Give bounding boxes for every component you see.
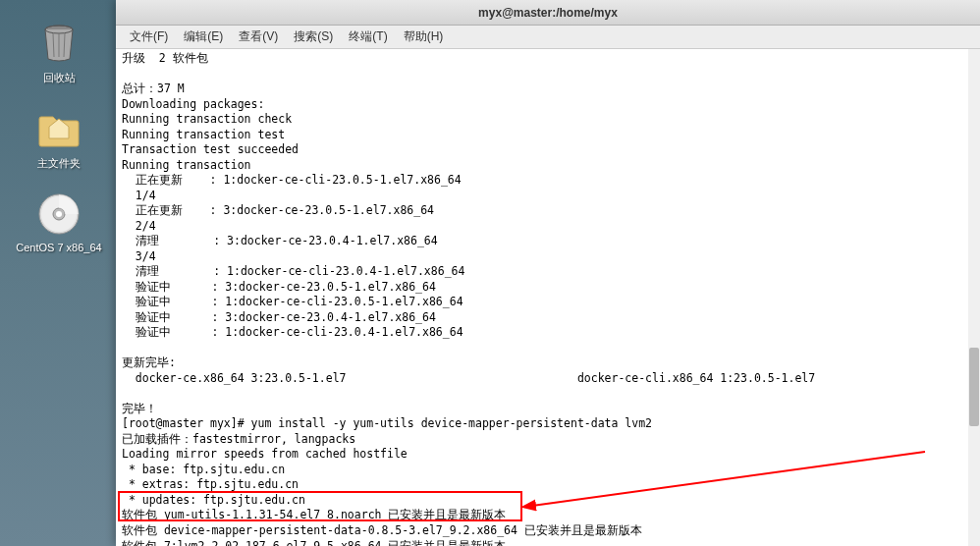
- terminal-line: 3/4: [122, 249, 974, 265]
- home-folder-label: 主文件夹: [37, 156, 81, 171]
- menu-terminal[interactable]: 终端(T): [341, 27, 395, 47]
- terminal-line: Loading mirror speeds from cached hostfi…: [122, 447, 974, 463]
- disc-media-icon[interactable]: CentOS 7 x86_64: [15, 191, 103, 253]
- terminal-line: 总计：37 M: [122, 82, 974, 97]
- trash-label: 回收站: [43, 71, 76, 85]
- terminal-line: 清理 : 3:docker-ce-23.0.4-1.el7.x86_64: [122, 234, 974, 249]
- terminal-line: * updates: ftp.sjtu.edu.cn: [122, 493, 974, 509]
- terminal-line: 软件包 yum-utils-1.1.31-54.el7_8.noarch 已安装…: [122, 508, 974, 523]
- terminal-line: [122, 67, 974, 82]
- terminal-line: 验证中 : 1:docker-ce-cli-23.0.5-1.el7.x86_6…: [122, 295, 974, 310]
- terminal-line: 软件包 7:lvm2-2.02.187-6.el7_9.5.x86_64 已安装…: [122, 539, 974, 547]
- menu-help[interactable]: 帮助(H): [396, 27, 452, 47]
- terminal-line: Running transaction check: [122, 112, 974, 128]
- terminal-line: [122, 386, 974, 402]
- terminal-line: * base: ftp.sjtu.edu.cn: [122, 463, 974, 478]
- home-folder-icon[interactable]: 主文件夹: [15, 105, 103, 171]
- scrollbar[interactable]: [968, 49, 980, 546]
- svg-point-8: [56, 211, 62, 217]
- terminal-line: 验证中 : 1:docker-ce-cli-23.0.4-1.el7.x86_6…: [122, 325, 974, 341]
- terminal-line: 升级 2 软件包: [122, 51, 974, 67]
- terminal-line: 清理 : 1:docker-ce-cli-23.0.4-1.el7.x86_64: [122, 264, 974, 280]
- menu-bar: 文件(F) 编辑(E) 查看(V) 搜索(S) 终端(T) 帮助(H): [116, 26, 980, 49]
- terminal-content[interactable]: 升级 2 软件包 总计：37 MDownloading packages:Run…: [116, 49, 980, 546]
- terminal-line: [root@master myx]# yum install -y yum-ut…: [122, 416, 974, 432]
- title-bar[interactable]: myx@master:/home/myx: [116, 0, 980, 26]
- terminal-line: Running transaction: [122, 158, 974, 174]
- terminal-line: 软件包 device-mapper-persistent-data-0.8.5-…: [122, 523, 974, 539]
- menu-view[interactable]: 查看(V): [231, 27, 286, 47]
- terminal-line: 验证中 : 3:docker-ce-23.0.5-1.el7.x86_64: [122, 280, 974, 296]
- terminal-line: Downloading packages:: [122, 97, 974, 113]
- terminal-line: Transaction test succeeded: [122, 142, 974, 158]
- disc-icon-image: [35, 191, 82, 238]
- window-title: myx@master:/home/myx: [478, 6, 618, 20]
- folder-icon-image: [35, 105, 82, 152]
- terminal-line: * extras: ftp.sjtu.edu.cn: [122, 477, 974, 493]
- menu-search[interactable]: 搜索(S): [286, 27, 341, 47]
- terminal-line: Running transaction test: [122, 128, 974, 143]
- terminal-line: 正在更新 : 3:docker-ce-23.0.5-1.el7.x86_64: [122, 203, 974, 219]
- trash-icon[interactable]: 回收站: [15, 20, 103, 85]
- terminal-line: 已加载插件：fastestmirror, langpacks: [122, 432, 974, 448]
- terminal-window: myx@master:/home/myx 文件(F) 编辑(E) 查看(V) 搜…: [116, 0, 980, 546]
- terminal-line: [122, 341, 974, 356]
- terminal-line: 验证中 : 3:docker-ce-23.0.4-1.el7.x86_64: [122, 310, 974, 326]
- terminal-line: 2/4: [122, 219, 974, 235]
- terminal-line: 更新完毕:: [122, 355, 974, 371]
- terminal-line: 正在更新 : 1:docker-ce-cli-23.0.5-1.el7.x86_…: [122, 173, 974, 189]
- scrollbar-thumb[interactable]: [969, 348, 979, 426]
- terminal-line: 完毕！: [122, 402, 974, 417]
- terminal-line: 1/4: [122, 189, 974, 204]
- menu-file[interactable]: 文件(F): [122, 27, 176, 47]
- desktop-icons: 回收站 主文件夹 CentOS 7 x86_64: [15, 20, 103, 273]
- disc-media-label: CentOS 7 x86_64: [16, 242, 101, 253]
- menu-edit[interactable]: 编辑(E): [176, 27, 231, 47]
- trash-icon-image: [35, 20, 82, 67]
- terminal-line: docker-ce.x86_64 3:23.0.5-1.el7 docker-c…: [122, 371, 974, 387]
